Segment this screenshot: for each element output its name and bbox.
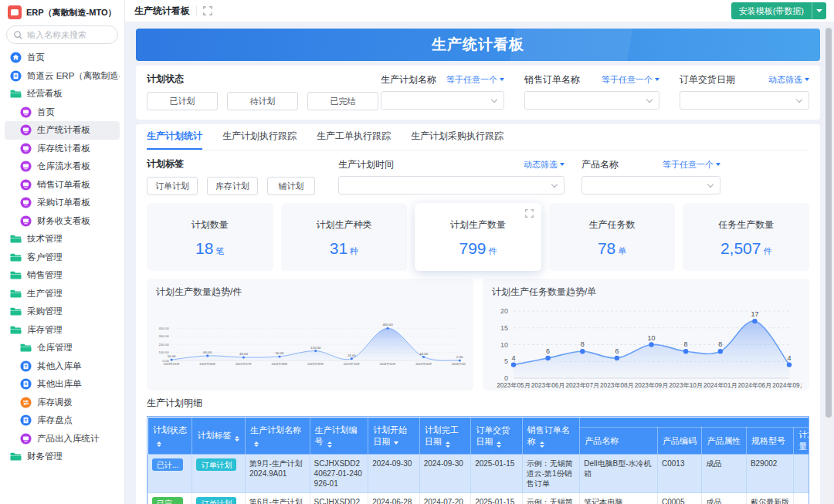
stat-card-0[interactable]: 计划数量18笔	[147, 203, 273, 271]
folder-icon	[10, 269, 22, 281]
filter-option-待计划[interactable]: 待计划	[227, 92, 298, 110]
stat-card-1[interactable]: 计划生产种类31种	[281, 203, 408, 271]
column-header-7[interactable]: 销售订单名称	[522, 418, 580, 455]
stat-card-2[interactable]: 计划生产数量799件	[415, 203, 541, 271]
table-row-1[interactable]: 已完...订单计划第6月-生产计划2024.6A03SCJHXSDD240627…	[148, 493, 810, 504]
filter-option-辅计划[interactable]: 辅计划	[267, 177, 315, 195]
tab-2[interactable]: 生产工单执行跟踪	[317, 124, 391, 150]
svg-text:50.00: 50.00	[276, 351, 284, 355]
tab-1[interactable]: 生产计划执行跟踪	[222, 124, 297, 150]
chart-title: 计划生产任务数量趋势/单	[492, 286, 802, 299]
column-header-6[interactable]: 订单交货日期	[471, 418, 523, 455]
filter-option-库存计划[interactable]: 库存计划	[207, 177, 258, 195]
install-template-button[interactable]: 安装模板(带数据)	[731, 2, 812, 19]
column-header-10[interactable]: 产品属性	[702, 428, 746, 455]
svg-text:6: 6	[615, 347, 619, 355]
plan-tag-options: 订单计划库存计划辅计划	[147, 177, 315, 195]
column-header-0[interactable]: 计划状态	[148, 418, 192, 455]
field-operator[interactable]: 等于任意一个	[602, 74, 659, 86]
filter-option-已完结[interactable]: 已完结	[307, 92, 378, 110]
svg-text:10: 10	[500, 341, 508, 349]
field-select[interactable]	[381, 91, 504, 110]
field-operator[interactable]: 等于任意一个	[663, 159, 720, 171]
field-operator[interactable]: 等于任意一个	[446, 74, 504, 86]
sidebar: ERP（离散制造-MTO） 首页简道云 ERP（离散制造-MTO）...经营看板…	[0, 0, 125, 504]
column-header-2[interactable]: 生产计划名称	[245, 418, 310, 455]
sidebar-item-9[interactable]: 财务收支看板	[5, 212, 120, 231]
svg-text:100.00: 100.00	[159, 350, 170, 354]
field-select[interactable]	[524, 91, 659, 110]
sidebar-item-5[interactable]: 库存统计看板	[5, 140, 120, 158]
svg-text:400.00: 400.00	[159, 326, 170, 330]
sidebar-item-7[interactable]: 销售订单看板	[5, 176, 120, 194]
stat-card-3[interactable]: 生产任务数78单	[549, 203, 676, 271]
sidebar-item-0[interactable]: 首页	[5, 49, 120, 67]
column-header-12[interactable]: 计划生产数量	[794, 428, 809, 455]
sub-filter-fields: 生产计划时间动态筛选产品名称等于任意一个	[338, 157, 720, 195]
sidebar-item-4[interactable]: 生产统计看板	[5, 121, 120, 140]
sidebar-item-8[interactable]: 采购订单看板	[5, 194, 120, 212]
column-header-11[interactable]: 规格型号	[746, 428, 793, 455]
field-select[interactable]	[338, 176, 564, 194]
sidebar-item-3[interactable]: 首页	[5, 103, 120, 122]
field-operator[interactable]: 动态筛选	[768, 74, 809, 86]
sidebar-item-21[interactable]: 产品出入库统计	[5, 430, 120, 448]
dash-icon	[20, 143, 32, 154]
plan-status-options: 已计划待计划已完结	[147, 92, 361, 110]
sidebar-item-22[interactable]: 财务管理	[5, 448, 120, 466]
stat-value: 2,507件	[720, 240, 772, 256]
plan-detail-section: 生产计划明细 计划状态计划标签生产计划名称生产计划编号计划开始日期计划完工日期订…	[147, 397, 809, 504]
app-logo[interactable]: ERP（离散制造-MTO）	[0, 0, 124, 23]
table-cell: 成品	[702, 455, 746, 493]
table-row-0[interactable]: 已计...订单计划第9月-生产计划2024.9A01SCJHXSDD240627…	[148, 455, 810, 493]
svg-text:5: 5	[504, 357, 508, 365]
sidebar-item-12[interactable]: 销售管理	[5, 266, 120, 285]
sidebar-item-16[interactable]: 仓库管理	[5, 339, 120, 357]
column-header-4[interactable]: 计划开始日期	[368, 418, 420, 455]
filter-option-已计划[interactable]: 已计划	[147, 92, 218, 110]
search-input[interactable]	[27, 30, 111, 39]
column-header-8[interactable]: 产品名称	[580, 428, 658, 455]
scrollbar-thumb[interactable]	[826, 28, 832, 418]
sidebar-item-15[interactable]: 库存管理	[5, 321, 120, 340]
sidebar-item-14[interactable]: 采购管理	[5, 303, 120, 321]
table-cell	[794, 455, 809, 493]
sidebar-item-label: 库存调拨	[37, 397, 73, 408]
sidebar-item-20[interactable]: 库存盘点	[5, 411, 120, 430]
svg-text:2.00: 2.00	[456, 355, 463, 359]
column-header-3[interactable]: 生产计划编号	[310, 418, 368, 455]
sidebar-item-10[interactable]: 技术管理	[5, 230, 120, 249]
fullscreen-icon[interactable]	[203, 6, 212, 15]
table-cell: SCJHXSDD240627-01-240628-02	[310, 493, 368, 504]
sidebar-item-6[interactable]: 仓库流水看板	[5, 157, 120, 176]
sidebar-item-11[interactable]: 客户管理	[5, 249, 120, 267]
stat-card-4[interactable]: 任务生产数量2,507件	[683, 203, 809, 271]
sidebar-search[interactable]	[6, 25, 118, 44]
expand-icon[interactable]	[525, 209, 534, 218]
main-panel: 生产统计看板 安装模板(带数据) 生产统计看板 计划状态 已计划待计划已完结 生…	[125, 0, 834, 504]
sidebar-item-13[interactable]: 生产管理	[5, 285, 120, 303]
doc-icon	[10, 70, 22, 82]
sidebar-item-label: 财务收支看板	[37, 215, 90, 227]
sidebar-item-19[interactable]: 库存调拨	[5, 394, 120, 412]
topbar-divider	[196, 6, 197, 15]
column-header-1[interactable]: 计划标签	[192, 418, 246, 455]
column-header-9[interactable]: 产品编码	[658, 428, 702, 455]
field-select[interactable]	[581, 176, 720, 194]
triangle-down-icon	[560, 163, 564, 166]
sidebar-item-1[interactable]: 简道云 ERP（离散制造-MTO）...	[5, 67, 120, 86]
chart-title: 计划生产数量趋势/件	[156, 286, 466, 299]
install-template-dropdown[interactable]	[812, 2, 826, 19]
sidebar-item-2[interactable]: 经营看板	[5, 85, 120, 103]
field-operator[interactable]: 动态筛选	[524, 159, 564, 171]
folder-icon	[10, 288, 22, 299]
filter-option-订单计划[interactable]: 订单计划	[147, 177, 198, 195]
field-select[interactable]	[680, 91, 809, 110]
column-header-5[interactable]: 计划完工日期	[419, 418, 471, 455]
tab-3[interactable]: 生产计划采购执行跟踪	[411, 124, 503, 150]
sidebar-item-17[interactable]: 其他入库单	[5, 357, 120, 376]
sidebar-item-label: 其他出库单	[37, 378, 82, 390]
sidebar-item-18[interactable]: 其他出库单	[5, 375, 120, 394]
dash-icon	[20, 197, 32, 208]
tab-0[interactable]: 生产计划统计	[147, 124, 202, 150]
